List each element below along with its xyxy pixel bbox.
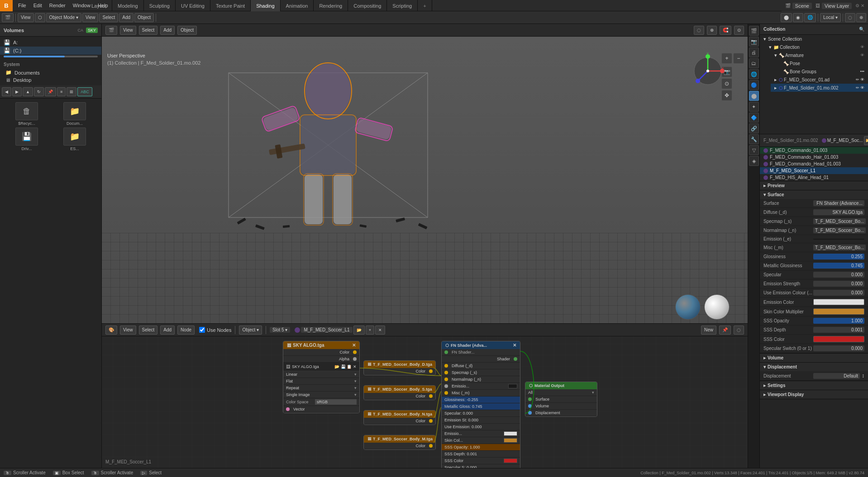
view-layer-name[interactable]: View Layer [822, 3, 852, 9]
misc-m-value[interactable]: T_F_MED_Soccer_Bo... [813, 245, 866, 250]
vp-object-btn[interactable]: Object [177, 26, 197, 35]
surface-header[interactable]: ▾ Surface [760, 190, 868, 199]
volumes-toggle[interactable]: SKY [86, 28, 98, 33]
displacement-header[interactable]: ▾ Displacement [760, 363, 868, 371]
editor-type-btn[interactable]: 🎬 [2, 13, 14, 22]
shader-editor[interactable]: 🎨 View Select Add Node Use Nodes Object … [102, 323, 748, 468]
tab-add[interactable]: + [418, 0, 432, 11]
fb-fwd-btn[interactable]: ▶ [12, 87, 22, 96]
tab-rendering[interactable]: Rendering [314, 0, 348, 11]
fn-metal-gloss[interactable]: Metallic Gloss: 0.745 [442, 403, 520, 410]
coll-eye[interactable]: 👁 [860, 45, 864, 49]
se-object-btn[interactable]: Object ▾ [239, 326, 262, 335]
fn-normal-sock[interactable] [444, 378, 448, 381]
outliner-bone-groups[interactable]: 🦴 Bone Groups ••• [776, 67, 868, 76]
se-mat-new[interactable]: + [366, 326, 374, 335]
se-pin-btn[interactable]: 📌 [719, 326, 731, 335]
se-overlay-btn2[interactable]: ◌ [734, 326, 744, 335]
tex-s-socket[interactable] [429, 394, 433, 398]
tab-texture-paint[interactable]: Texture Paint [210, 0, 251, 11]
shading-material-btn[interactable]: ◉ [793, 13, 803, 22]
color-socket-out[interactable] [353, 350, 357, 354]
viewport-add-btn[interactable]: Add [119, 13, 134, 22]
fb-back-btn[interactable]: ◀ [2, 87, 11, 96]
vp-gizmo-btn[interactable]: ⊕ [707, 26, 717, 35]
prop-material-icon[interactable]: ⬤ [749, 91, 759, 101]
node-tex-m[interactable]: 🖼 T_F_MED_Soccer_Body_M.tga Color [363, 435, 436, 450]
outliner-collection[interactable]: ▾ 📁 Collection 👁 [765, 43, 868, 51]
prop-render-icon[interactable]: 📷 [749, 37, 759, 47]
tab-animation[interactable]: Animation [281, 0, 314, 11]
metallic-gloss-value[interactable]: 0.745 [813, 263, 864, 269]
volume-header[interactable]: ▸ Volume [760, 354, 868, 362]
node-tex-s[interactable]: 🖼 T_F_MED_Soccer_Body_S.tga Color [363, 385, 436, 400]
prop-physics-icon[interactable]: 🔷 [749, 113, 759, 123]
prop-world-icon[interactable]: 🔵 [749, 80, 759, 90]
file-item-recycle[interactable]: 🗑 $Recyc... [4, 102, 50, 126]
prop-constraints-icon[interactable]: 🔗 [749, 123, 759, 133]
fmad-edit-icon[interactable]: ✏ [856, 77, 859, 82]
fmmo-eye-icon[interactable]: 👁 [860, 85, 864, 90]
prop-modifiers-icon[interactable]: 🔧 [749, 134, 759, 144]
object-mode-dropdown[interactable]: Object Mode ▾ [46, 13, 81, 22]
fmmo-edit-icon[interactable]: ✏ [856, 85, 859, 90]
diffuse-value[interactable]: SKY ALGO.tga [813, 209, 864, 215]
prop-scene-icon[interactable]: 🎬 [749, 26, 759, 36]
file-item-drive[interactable]: 💾 Driv... [4, 128, 50, 151]
scene-name[interactable]: Scene [792, 3, 812, 9]
vp-overlay-btn[interactable]: ◌ [694, 26, 704, 35]
outliner-pose[interactable]: 🦴 Pose [776, 59, 868, 67]
shader-canvas[interactable]: 🖼 SKY ALGO.tga ✕ Color Alpha [102, 336, 748, 468]
sss-opacity-value[interactable]: 1.000 [813, 318, 864, 324]
tab-sculpting[interactable]: Sculpting [144, 0, 176, 11]
se-mat-browse[interactable]: 📂 [353, 326, 365, 335]
material-selector[interactable]: M_F_MED_Soccer_L1 [301, 327, 352, 333]
spec-switch-value[interactable]: 0.000 [813, 345, 864, 351]
nav-zoom-out[interactable]: − [733, 53, 744, 64]
fn-diffuse-sock[interactable] [444, 364, 448, 368]
mat4-label[interactable]: M_F_MED_Soccer_L1 [770, 168, 816, 173]
outliner-filter-icon[interactable]: 🔍 [859, 27, 864, 32]
viewport-view-btn[interactable]: View [82, 13, 99, 22]
fb-bookmark-btn[interactable]: 📌 [45, 87, 56, 96]
tab-compositing[interactable]: Compositing [348, 0, 387, 11]
vp-select-btn[interactable]: Select [139, 26, 158, 35]
menu-file[interactable]: File [14, 0, 30, 11]
use-emis-color-value[interactable]: 0.000 [813, 290, 864, 296]
surface-shader-value[interactable]: FN Shader (Advance... [813, 200, 864, 206]
fn-sss-opacity[interactable]: SSS Opacity: 1.000 [442, 444, 520, 451]
tex-m-socket[interactable] [429, 444, 433, 448]
use-nodes-checkbox[interactable] [199, 327, 205, 333]
fb-view-btn[interactable]: ⊞ [67, 87, 76, 96]
se-node-btn[interactable]: Node [177, 326, 195, 335]
prop-object-icon[interactable]: ◈ [749, 156, 759, 166]
fn-gloss[interactable]: Glossiness: -0.255 [442, 397, 520, 403]
se-view-btn[interactable]: View [120, 326, 136, 335]
mat-browse-btn[interactable]: 📂 [864, 136, 868, 145]
outliner-fmed-mo002[interactable]: ▸ ⬡ F_Med_Soldier_01.mo.002 ✏ 👁 [771, 84, 868, 92]
overlay-btn[interactable]: ◌ [845, 13, 855, 22]
node-fn-shader[interactable]: ⬡ FN Shader (Adva... ✕ FN Shader... Shad… [441, 341, 520, 468]
fb-sort-btn[interactable]: ≡ [57, 87, 66, 96]
vp-prop-btn[interactable]: ⊙ [734, 26, 744, 35]
settings-header[interactable]: ▸ Settings [760, 381, 868, 390]
prop-scene2-icon[interactable]: 🌐 [749, 69, 759, 79]
file-item-documents[interactable]: 📁 Docum... [52, 102, 98, 126]
se-add-btn[interactable]: Add [160, 326, 175, 335]
drive-a[interactable]: 💾 A: [0, 38, 101, 47]
emission-e-value[interactable] [813, 239, 864, 240]
node-tex-d[interactable]: 🖼 T_F_MED_Soccer_Body_D.tga Color [363, 360, 436, 375]
vp-type-btn[interactable]: 🎬 [105, 26, 117, 35]
specular-value[interactable]: 0.000 [813, 272, 864, 278]
gizmo-btn[interactable]: ⊕ [856, 13, 866, 22]
glossiness-value[interactable]: 0.255 [813, 254, 864, 260]
node-sky-algo[interactable]: 🖼 SKY ALGO.tga ✕ Color Alpha [283, 341, 360, 413]
fb-up-btn[interactable]: ▲ [23, 87, 33, 96]
transform-space-btn[interactable]: Local ▾ [820, 13, 841, 22]
emis-color-swatch[interactable] [813, 299, 864, 305]
se-select-btn[interactable]: Select [139, 326, 158, 335]
fb-abc-btn[interactable]: ABC [77, 87, 92, 96]
view-btn[interactable]: View [18, 13, 34, 22]
sss-color-swatch[interactable] [813, 336, 864, 342]
menu-edit[interactable]: Edit [30, 0, 46, 11]
